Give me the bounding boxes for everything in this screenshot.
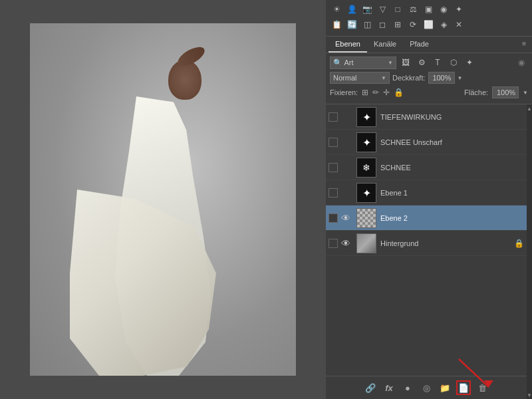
layer-item-hintergrund[interactable]: 👁 Hintergrund 🔒	[326, 231, 527, 256]
fx-button[interactable]: fx	[382, 380, 396, 395]
panel-menu-button[interactable]: ≡	[519, 37, 529, 53]
toolbar-row-2: 📋 🔄 ◫ ◻ ⊞ ⟳ ⬜ ◈ ✕	[330, 18, 528, 31]
fix-icon-key[interactable]: 🔒	[394, 88, 404, 97]
blend-arrow: ▼	[381, 75, 386, 81]
filter-value: 🔍 Art	[333, 59, 354, 67]
filter-icon3[interactable]: T	[431, 56, 444, 69]
white-sq-icon[interactable]: ⬜	[422, 18, 435, 31]
bottom-toolbar: 🔗 fx ● ◎ 📁 📄 🗑	[326, 376, 527, 399]
filter-icon4[interactable]: ⬡	[447, 56, 460, 69]
layer-lock-icon: 🔒	[514, 239, 524, 248]
blend-mode-dropdown[interactable]: Normal ▼	[330, 72, 390, 84]
square-icon[interactable]: □	[391, 3, 404, 16]
fix-icon-brush[interactable]: ✏	[372, 88, 379, 97]
filter-toggle[interactable]: ◉	[515, 56, 528, 69]
scroll-up-button[interactable]: ▲	[527, 106, 532, 111]
new-layer-button[interactable]: 📄	[456, 380, 471, 395]
opacity-input[interactable]: 100%	[428, 72, 455, 84]
sun-icon[interactable]: ☀	[330, 3, 343, 16]
layer-checkbox-ebene2[interactable]	[329, 213, 338, 223]
camera-icon[interactable]: 📷	[360, 3, 374, 16]
layer-thumb-schnee	[356, 158, 376, 178]
filter-icon5[interactable]: ✦	[463, 56, 476, 69]
layer-thumb-hintergrund	[356, 233, 376, 253]
layer-name-ebene1: Ebene 1	[380, 189, 524, 197]
table-icon[interactable]: ⊞	[391, 18, 404, 31]
layer-name-tiefenwirkung: TIEFENWIRKUNG	[380, 113, 524, 121]
layer-checkbox-tiefenwirkung[interactable]	[329, 112, 338, 122]
layer-vis-hintergrund[interactable]: 👁	[339, 237, 352, 250]
canvas-area	[0, 0, 326, 399]
grid-icon[interactable]: ▣	[422, 3, 435, 16]
fill-input[interactable]: 100%	[492, 86, 519, 98]
fix-icon-lock[interactable]: ⊞	[362, 88, 368, 97]
star-icon[interactable]: ✦	[452, 3, 466, 16]
layer-vis-ebene1[interactable]	[339, 186, 352, 200]
diamond-icon[interactable]: ◈	[437, 18, 450, 31]
filter-icon1[interactable]: 🖼	[399, 56, 412, 69]
layer-vis-schnee-unscharf[interactable]	[339, 136, 352, 149]
blend-row: Normal ▼ Deckkraft: 100% ▼	[330, 72, 528, 84]
hex-icon[interactable]: ◉	[437, 3, 450, 16]
filter-icon2[interactable]: ⚙	[415, 56, 428, 69]
fix-label: Fixieren:	[330, 88, 358, 96]
blend-mode-value: Normal	[333, 74, 356, 82]
scale-icon[interactable]: ⚖	[406, 3, 420, 16]
fill-arrow[interactable]: ▼	[523, 90, 528, 96]
panel-content: TIEFENWIRKUNG SCHNEE Unscharf	[326, 104, 532, 399]
layer-name-hintergrund: Hintergrund	[380, 239, 511, 247]
layer-vis-ebene2[interactable]: 👁	[339, 211, 352, 225]
layer-thumb-schnee-unscharf	[356, 132, 376, 152]
tab-kanaele[interactable]: Kanäle	[367, 37, 403, 53]
link-button[interactable]: 🔗	[363, 380, 378, 395]
circle-button[interactable]: ●	[400, 380, 415, 395]
panel-tabs: Ebenen Kanäle Pfade ≡	[326, 37, 532, 53]
mini-scrollbar[interactable]: ▲ ▼	[527, 104, 532, 399]
fix-icon-move[interactable]: ✛	[383, 88, 390, 97]
layer-thumb-ebene1	[356, 183, 376, 203]
close-sm-icon[interactable]: ✕	[452, 18, 466, 31]
rect-icon[interactable]: ◻	[376, 18, 389, 31]
layer-thumb-tiefenwirkung	[356, 107, 376, 127]
layer-item-schnee[interactable]: SCHNEE	[326, 155, 527, 180]
right-panel: ☀ 👤 📷 ▽ □ ⚖ ▣ ◉ ✦ 📋 🔄 ◫ ◻ ⊞ ⟳ ⬜ ◈ ✕ Eben…	[326, 0, 532, 399]
person-icon[interactable]: 👤	[345, 3, 358, 16]
opacity-arrow[interactable]: ▼	[458, 75, 463, 81]
layer-checkbox-hintergrund[interactable]	[329, 239, 338, 248]
layer-item-tiefenwirkung[interactable]: TIEFENWIRKUNG	[326, 104, 527, 130]
crop-icon[interactable]: ◫	[360, 18, 374, 31]
adjustment-button[interactable]: ◎	[419, 380, 434, 395]
main-canvas	[30, 23, 296, 376]
layer-name-schnee-unscharf: SCHNEE Unscharf	[380, 138, 524, 146]
fill-label: Fläche:	[464, 88, 488, 96]
top-toolbar: ☀ 👤 📷 ▽ □ ⚖ ▣ ◉ ✦ 📋 🔄 ◫ ◻ ⊞ ⟳ ⬜ ◈ ✕	[326, 0, 532, 37]
scroll-down-button[interactable]: ▼	[527, 392, 532, 398]
layers-controls: 🔍 Art ▼ 🖼 ⚙ T ⬡ ✦ ◉ Normal ▼ Deckkraft: …	[326, 53, 532, 104]
filter-arrow: ▼	[388, 60, 393, 66]
layer-checkbox-schnee-unscharf[interactable]	[329, 138, 338, 147]
layer-name-schnee: SCHNEE	[380, 164, 524, 172]
layer-name-ebene2: Ebene 2	[380, 214, 524, 222]
rotate-icon[interactable]: 🔄	[345, 18, 358, 31]
layer-item-schnee-unscharf[interactable]: SCHNEE Unscharf	[326, 130, 527, 155]
toolbar-row-1: ☀ 👤 📷 ▽ □ ⚖ ▣ ◉ ✦	[330, 3, 528, 16]
tab-ebenen[interactable]: Ebenen	[329, 37, 367, 53]
clipboard-icon[interactable]: 📋	[330, 18, 343, 31]
delete-button[interactable]: 🗑	[475, 380, 489, 395]
layer-checkbox-schnee[interactable]	[329, 163, 338, 172]
tab-pfade[interactable]: Pfade	[403, 37, 436, 53]
layers-list[interactable]: TIEFENWIRKUNG SCHNEE Unscharf	[326, 104, 527, 376]
layer-item-ebene1[interactable]: Ebene 1	[326, 180, 527, 205]
layer-checkbox-ebene1[interactable]	[329, 188, 338, 198]
layer-item-ebene2[interactable]: 👁 Ebene 2	[326, 205, 527, 231]
folder-button[interactable]: 📁	[438, 380, 452, 395]
layers-main: TIEFENWIRKUNG SCHNEE Unscharf	[326, 104, 527, 399]
filter-dropdown[interactable]: 🔍 Art ▼	[330, 57, 396, 69]
triangle-icon[interactable]: ▽	[376, 3, 389, 16]
layer-vis-schnee[interactable]	[339, 161, 352, 174]
layer-thumb-ebene2	[356, 208, 376, 228]
refresh-icon[interactable]: ⟳	[406, 18, 420, 31]
opacity-label: Deckkraft:	[392, 74, 426, 82]
filter-row: 🔍 Art ▼ 🖼 ⚙ T ⬡ ✦ ◉	[330, 56, 528, 69]
layer-vis-tiefenwirkung[interactable]	[339, 110, 352, 124]
